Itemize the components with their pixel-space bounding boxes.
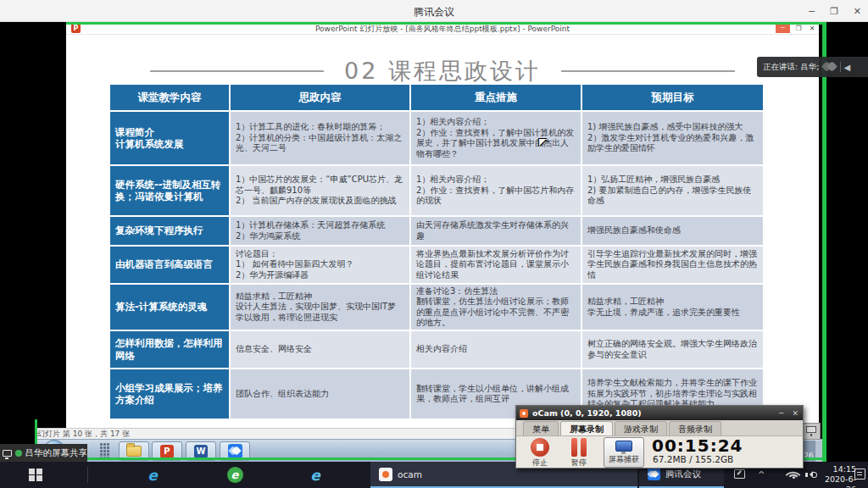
ocam-logo-icon bbox=[520, 409, 528, 418]
meeting-logo-icon bbox=[822, 61, 839, 73]
powerpoint-window-title: PowerPoint 幻灯片放映 - [商务风格年终总结ppt模板.pptx] … bbox=[66, 24, 819, 35]
row-header-cell: 课程简介 计算机系统发展 bbox=[110, 112, 229, 164]
ie-taskbar-button[interactable]: e bbox=[298, 462, 332, 488]
pause-icon bbox=[571, 438, 587, 457]
ppt-restore-icon[interactable]: ❐ bbox=[793, 25, 804, 32]
collapse-arrow-icon[interactable]: ◀ bbox=[843, 63, 854, 72]
taskbar-clock[interactable]: 14:15 2020-6-26 bbox=[819, 464, 856, 488]
presenter-status-icon bbox=[15, 450, 22, 457]
table-header-cell: 预期目标 bbox=[582, 85, 763, 110]
table-cell: 1) 增强民族自豪感，感受中国科技的强大 2）激发学生对计算机专业的热爱和兴趣，… bbox=[582, 112, 763, 164]
table-cell: 1）弘扬工匠精神，增强民族自豪感 2) 要加紧制造自己的内存，增强学生民族使命感 bbox=[582, 166, 763, 215]
meeting-task-label: 腾讯会议 bbox=[665, 469, 701, 480]
ocam-minimize-icon[interactable]: ─ bbox=[775, 409, 787, 418]
ocam-tab-bar: 菜单屏幕录制游戏录制音频录制 bbox=[516, 420, 803, 436]
stop-button[interactable]: 停止 bbox=[523, 438, 557, 469]
slide-title: 02 课程思政设计 bbox=[344, 56, 541, 86]
recording-timer: 00:15:24 bbox=[652, 435, 743, 456]
row-header-cell: 复杂环境下程序执行 bbox=[110, 217, 229, 245]
volume-icon[interactable] bbox=[805, 470, 817, 480]
table-cell: 精益求精，工匠精神 学无止境，养成严谨，追求完美的重要性 bbox=[582, 285, 763, 330]
maximize-icon[interactable]: ❐ bbox=[830, 6, 838, 17]
table-cell: 准备讨论3：仿生算法 翻转课堂，仿生算法小组讨论展示；教师的重点是点评小组讨论中… bbox=[411, 285, 581, 330]
divider bbox=[840, 62, 841, 72]
meeting-titlebar: 腾讯会议 ─ ❐ ✕ bbox=[0, 0, 868, 22]
edge-icon: e bbox=[147, 467, 158, 484]
table-header-cell: 课堂教学内容 bbox=[110, 85, 229, 110]
close-icon[interactable]: ✕ bbox=[854, 6, 861, 17]
folder-icon bbox=[126, 446, 142, 457]
table-cell: 引导学生追踪行业最新技术发展的同时，增强学生民族自豪感和投身我国自主信息技术的热… bbox=[582, 247, 763, 283]
ppt-close-icon[interactable]: ✕ bbox=[807, 25, 817, 32]
table-cell: 增强民族自豪感和使命感 bbox=[582, 217, 763, 245]
table-cell: 相关内容介绍 bbox=[411, 331, 581, 368]
shared-screen-area: P PowerPoint 幻灯片放映 - [商务风格年终总结ppt模板.pptx… bbox=[0, 22, 868, 462]
browser-360-taskbar-button[interactable]: e bbox=[218, 462, 252, 488]
title-divider-left bbox=[150, 70, 324, 72]
ocam-task-label: ocam bbox=[398, 469, 422, 480]
start-button[interactable] bbox=[19, 462, 53, 488]
row-header-cell: 小组学习成果展示；培养方案介绍 bbox=[110, 369, 229, 419]
speaking-indicator: 正在讲话: 吕华; ◀ bbox=[757, 57, 868, 77]
powerpoint-icon: P bbox=[160, 445, 174, 458]
screen-capture-button[interactable]: 屏幕捕获 bbox=[604, 437, 644, 468]
slide-title-row: 02 课程思政设计 bbox=[66, 56, 819, 86]
pause-label: 暂停 bbox=[562, 458, 596, 469]
cast-icon[interactable] bbox=[734, 469, 745, 479]
title-divider-right bbox=[561, 70, 735, 72]
row-header-cell: 硬件系统--进制及相互转换；冯诺依曼计算机 bbox=[110, 166, 229, 215]
table-cell: 1）相关内容介绍； 2）作业：查找资料，了解中国芯片和内存的现状 bbox=[411, 166, 581, 215]
clock-time: 14:15 bbox=[819, 464, 856, 474]
stop-icon bbox=[531, 438, 549, 457]
taskbar-separator bbox=[87, 467, 88, 483]
ocam-window-title: oCam (0, 0, 1920, 1080) bbox=[532, 408, 775, 418]
meeting-task-icon bbox=[648, 468, 660, 480]
presenter-view-icon bbox=[806, 426, 816, 433]
ocam-task-icon bbox=[379, 468, 392, 481]
table-cell: 1）中国芯片的发展史：“申威”CPU芯片、龙芯一号、麒麟910等 2） 当前国产… bbox=[231, 166, 409, 215]
recording-size: 67.2MB / 155.2GB bbox=[653, 454, 733, 464]
table-cell: 精益求精，工匠精神 设计人生算法，实现中国梦、实现中国IT梦 学以致用，将理论照… bbox=[231, 285, 409, 330]
ocam-tab[interactable]: 游戏录制 bbox=[615, 421, 667, 435]
powerpoint-window: P PowerPoint 幻灯片放映 - [商务风格年终总结ppt模板.pptx… bbox=[66, 22, 819, 437]
ocam-tab[interactable]: 音频录制 bbox=[669, 421, 721, 435]
ocam-tab[interactable]: 菜单 bbox=[523, 421, 559, 435]
share-banner: 吕华的屏幕共享 bbox=[0, 444, 87, 463]
ocam-tab[interactable]: 屏幕录制 bbox=[560, 421, 613, 435]
table-cell: 将业界热点最新技术发展分析评价作为讨论题目，提前布置讨论题目，课堂展示小组讨论结… bbox=[411, 247, 581, 283]
slide-canvas: 02 课程思政设计 课堂教学内容思政内容重点措施预期目标课程简介 计算机系统发展… bbox=[66, 35, 819, 437]
screen-share-icon bbox=[3, 450, 12, 457]
speaking-text: 正在讲话: 吕华; bbox=[757, 62, 819, 73]
edge-taskbar-button[interactable]: e bbox=[136, 462, 170, 488]
table-header-cell: 重点措施 bbox=[411, 85, 581, 110]
share-banner-text: 吕华的屏幕共享 bbox=[25, 447, 88, 459]
meeting-app-icon bbox=[228, 444, 242, 458]
row-header-cell: 算法-计算系统的灵魂 bbox=[110, 285, 229, 330]
table-cell: 团队合作、组织表达能力 bbox=[231, 369, 409, 419]
row-header-cell: 由机器语言到高级语言 bbox=[110, 247, 229, 283]
share-border-right bbox=[822, 22, 826, 462]
minimize-icon[interactable]: ─ bbox=[809, 6, 815, 17]
stop-label: 停止 bbox=[523, 458, 557, 469]
mouse-cursor-icon: ◤ bbox=[539, 136, 546, 147]
wifi-icon[interactable] bbox=[787, 469, 800, 480]
start-icon bbox=[29, 469, 42, 482]
action-center-icon[interactable] bbox=[854, 469, 865, 480]
capture-label: 屏幕捕获 bbox=[604, 454, 643, 465]
table-cell: 树立正确的网络安全观。增强大学生网络政治参与的安全意识 bbox=[582, 331, 763, 368]
ocam-window: oCam (0, 0, 1920, 1080) ─ ✕ 菜单屏幕录制游戏录制音频… bbox=[515, 405, 804, 469]
meeting-window-title: 腾讯会议 bbox=[0, 5, 868, 19]
meeting-window-controls: ─ ❐ ✕ bbox=[809, 0, 861, 22]
word-icon: W bbox=[194, 445, 208, 458]
desktop-screen: 腾讯会议 ─ ❐ ✕ P PowerPoint 幻灯片放映 - [商务风格年终总… bbox=[0, 0, 868, 488]
pause-button[interactable]: 暂停 bbox=[562, 438, 596, 469]
table-cell: 信息安全、网络安全 bbox=[231, 331, 409, 368]
presenter-view-button[interactable] bbox=[802, 423, 821, 440]
table-header-cell: 思政内容 bbox=[231, 85, 409, 110]
row-header-cell: 怎样利用数据，怎样利用网络 bbox=[110, 331, 229, 368]
ocam-close-icon[interactable]: ✕ bbox=[787, 409, 803, 418]
table-cell: 1）计算机存储体系：天河超算存储系统 2）华为鸿蒙系统 bbox=[231, 217, 409, 245]
table-cell: 1）计算工具的进化：春秋时期的算筹； 2）计算机的分类：中国超级计算机：太湖之光… bbox=[231, 112, 409, 164]
clock-date: 2020-6-26 bbox=[819, 474, 856, 488]
share-border-top bbox=[66, 22, 826, 25]
